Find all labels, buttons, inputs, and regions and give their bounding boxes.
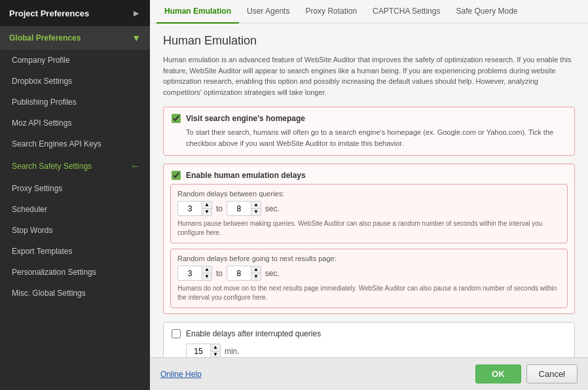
spinner-arrows-to-between: ▲ ▼: [251, 202, 261, 215]
sidebar-item-label: Search Safety Settings: [12, 162, 92, 171]
chevron-down-icon: ▼: [132, 33, 141, 43]
visit-homepage-checkbox[interactable]: [172, 114, 181, 123]
tab-proxy-rotation[interactable]: Proxy Rotation: [297, 0, 365, 24]
from-spinner-next[interactable]: ▲ ▼: [177, 266, 212, 281]
spinner-up-to-between[interactable]: ▲: [251, 202, 261, 209]
ok-button[interactable]: OK: [475, 364, 521, 383]
sidebar-item-label: Export Templates: [12, 247, 73, 256]
chevron-right-icon: ►: [132, 8, 141, 18]
sidebar-items-list: Company Profile Dropbox Settings Publish…: [0, 50, 150, 304]
visit-homepage-label[interactable]: Visit search engine's homepage: [186, 114, 305, 123]
interrupted-queries-label[interactable]: Enable delays after interrupted queries: [186, 329, 321, 338]
sidebar-item-label: Scheduler: [12, 205, 47, 214]
content-area: Human Emulation User Agents Proxy Rotati…: [150, 0, 588, 390]
spinner-down-interrupted[interactable]: ▼: [211, 351, 220, 357]
emulation-delays-header: Enable human emulation delays: [164, 164, 574, 184]
enable-emulation-label[interactable]: Enable human emulation delays: [186, 171, 306, 180]
sec-label-next: sec.: [265, 269, 280, 278]
spinner-up-to-next[interactable]: ▲: [251, 266, 261, 274]
spinner-down-to-next[interactable]: ▼: [251, 274, 261, 280]
interrupted-value[interactable]: [187, 346, 210, 357]
interrupted-spinner-row: ▲ ▼ min.: [186, 344, 566, 357]
sidebar-item-label: Publishing Profiles: [12, 98, 77, 107]
spinner-up-from-next[interactable]: ▲: [202, 266, 211, 274]
global-prefs-header[interactable]: Global Preferences ▼: [0, 26, 150, 50]
interrupted-queries-checkbox[interactable]: [172, 329, 181, 338]
interrupted-spinner[interactable]: ▲ ▼: [186, 344, 221, 357]
global-prefs-label: Global Preferences: [9, 33, 81, 43]
min-label: min.: [225, 347, 240, 356]
to-spinner-between[interactable]: ▲ ▼: [227, 201, 261, 216]
tab-user-agents[interactable]: User Agents: [239, 0, 297, 24]
sidebar-item-publishing-profiles[interactable]: Publishing Profiles: [0, 92, 150, 113]
sidebar-item-proxy-settings[interactable]: Proxy Settings: [0, 178, 150, 199]
sidebar-project-prefs[interactable]: Project Preferences ►: [0, 0, 150, 26]
interrupted-queries-box: Enable delays after interrupted queries …: [163, 322, 575, 357]
to-label-next: to: [216, 269, 223, 278]
spinners-next-row: ▲ ▼ to ▲ ▼ sec.: [177, 266, 560, 281]
arrow-indicator-icon: ←: [130, 160, 141, 172]
sidebar-item-label: Personalization Settings: [12, 268, 96, 277]
from-spinner-between[interactable]: ▲ ▼: [177, 201, 212, 216]
sidebar-item-search-safety[interactable]: Search Safety Settings ←: [0, 154, 150, 178]
spinner-down-from-between[interactable]: ▼: [202, 209, 211, 215]
sidebar-item-label: Search Engines API Keys: [12, 139, 101, 149]
bottom-bar: Online Help OK Cancel: [150, 357, 588, 390]
sidebar-item-scheduler[interactable]: Scheduler: [0, 199, 150, 220]
sidebar-item-misc-global[interactable]: Misc. Global Settings: [0, 283, 150, 304]
online-help-link[interactable]: Online Help: [160, 370, 202, 379]
bottom-buttons: OK Cancel: [475, 364, 578, 383]
random-delays-between-box: Random delays between queries: ▲ ▼ to: [170, 184, 568, 243]
from-value-next[interactable]: [178, 268, 202, 279]
delays-between-desc: Humans pause between making queries. Web…: [177, 219, 560, 238]
tab-safe-query-mode[interactable]: Safe Query Mode: [448, 0, 525, 24]
spinner-down-to-between[interactable]: ▼: [251, 209, 261, 215]
sec-label-between: sec.: [265, 204, 280, 213]
spinner-up-from-between[interactable]: ▲: [202, 202, 211, 209]
cancel-button[interactable]: Cancel: [526, 364, 578, 383]
sidebar-item-label: Proxy Settings: [12, 184, 62, 193]
project-prefs-label: Project Preferences: [9, 9, 89, 18]
random-delays-between-label: Random delays between queries:: [177, 190, 560, 198]
spinner-arrows-from-next: ▲ ▼: [202, 266, 211, 280]
visit-homepage-header: Visit search engine's homepage: [172, 114, 566, 123]
visit-homepage-description: To start their search, humans will often…: [186, 127, 566, 149]
spinner-arrows-to-next: ▲ ▼: [251, 266, 261, 280]
emulation-delays-box: Enable human emulation delays Random del…: [163, 164, 575, 314]
tab-captcha-settings[interactable]: CAPTCHA Settings: [365, 0, 448, 24]
section-description: Human emulation is an advanced feature o…: [163, 54, 575, 98]
page-title: Human Emulation: [163, 34, 575, 48]
enable-emulation-checkbox[interactable]: [172, 171, 181, 180]
to-value-next[interactable]: [227, 268, 251, 279]
sidebar-item-label: Dropbox Settings: [12, 77, 72, 86]
sidebar-item-company-profile[interactable]: Company Profile: [0, 50, 150, 71]
tab-human-emulation[interactable]: Human Emulation: [156, 0, 239, 24]
tab-bar: Human Emulation User Agents Proxy Rotati…: [150, 0, 588, 24]
sidebar-item-label: Stop Words: [12, 226, 52, 235]
sidebar-item-export-templates[interactable]: Export Templates: [0, 241, 150, 262]
random-delays-next-label: Random delays before going to next resul…: [177, 255, 560, 262]
spinner-down-from-next[interactable]: ▼: [202, 274, 211, 280]
to-value-between[interactable]: [227, 203, 251, 215]
to-label-between: to: [216, 204, 223, 213]
sidebar-item-label: Moz API Settings: [12, 118, 71, 128]
spinner-arrows-interrupted: ▲ ▼: [210, 344, 220, 357]
sidebar-item-personalization[interactable]: Personalization Settings: [0, 262, 150, 283]
spinner-up-interrupted[interactable]: ▲: [211, 344, 220, 351]
interrupted-queries-header: Enable delays after interrupted queries: [172, 329, 566, 338]
visit-homepage-box: Visit search engine's homepage To start …: [163, 107, 575, 156]
random-delays-next-box: Random delays before going to next resul…: [170, 249, 568, 308]
sidebar-item-label: Misc. Global Settings: [12, 289, 86, 298]
spinners-between-row: ▲ ▼ to ▲ ▼ sec.: [177, 201, 560, 216]
main-content: Human Emulation Human emulation is an ad…: [150, 24, 588, 357]
sidebar-item-search-engines-api[interactable]: Search Engines API Keys: [0, 133, 150, 154]
to-spinner-next[interactable]: ▲ ▼: [227, 266, 261, 281]
sidebar: Project Preferences ► Global Preferences…: [0, 0, 150, 390]
delays-next-desc: Humans do not move on to the next result…: [177, 284, 560, 302]
sidebar-item-label: Company Profile: [12, 56, 70, 65]
sidebar-item-dropbox-settings[interactable]: Dropbox Settings: [0, 71, 150, 92]
sidebar-item-moz-api[interactable]: Moz API Settings: [0, 113, 150, 133]
spinner-arrows-from-between: ▲ ▼: [202, 202, 211, 215]
from-value-between[interactable]: [178, 203, 202, 215]
sidebar-item-stop-words[interactable]: Stop Words: [0, 220, 150, 241]
